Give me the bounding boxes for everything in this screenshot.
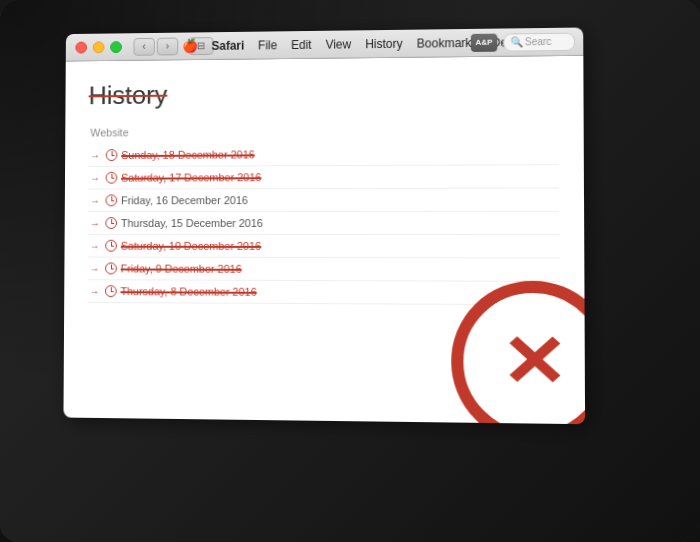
- history-item-inner: →Friday, 16 December 2016: [90, 194, 248, 206]
- browser-window: ‹ › ⊟ 🍎 Safari File Edit View History Bo…: [63, 28, 585, 425]
- history-item-date: Thursday, 8 December 2016: [121, 285, 257, 298]
- fullscreen-button[interactable]: [110, 41, 122, 53]
- history-item-date: Saturday, 17 December 2016: [121, 171, 261, 183]
- history-clock-icon: [105, 262, 117, 274]
- delete-icon-overlay: ✕: [451, 281, 585, 425]
- history-arrow-icon: →: [90, 172, 100, 183]
- history-clock-icon: [105, 194, 117, 206]
- x-circle: ✕: [451, 281, 585, 425]
- history-clock-icon: [105, 285, 117, 297]
- menu-item-view[interactable]: View: [326, 37, 352, 51]
- website-column-header: Website: [88, 124, 559, 139]
- history-clock-icon: [106, 172, 118, 184]
- search-placeholder: Searc: [525, 36, 552, 47]
- right-controls: A&P 🔍 Searc: [471, 28, 575, 56]
- history-clock-icon: [105, 217, 117, 229]
- forward-button[interactable]: ›: [157, 37, 179, 55]
- avatar-button[interactable]: A&P: [471, 33, 497, 51]
- menu-item-file[interactable]: File: [258, 38, 277, 52]
- history-arrow-icon: →: [89, 286, 99, 297]
- history-item-date: Friday, 9 December 2016: [121, 263, 242, 275]
- menu-item-bookmarks[interactable]: Bookmarks: [417, 35, 478, 50]
- laptop-bezel: ‹ › ⊟ 🍎 Safari File Edit View History Bo…: [0, 0, 700, 542]
- history-clock-icon: [105, 240, 117, 252]
- history-arrow-icon: →: [90, 263, 100, 274]
- search-box[interactable]: 🔍 Searc: [503, 32, 575, 51]
- history-arrow-icon: →: [90, 240, 100, 251]
- history-item-date: Friday, 16 December 2016: [121, 194, 248, 206]
- history-arrow-icon: →: [90, 150, 100, 161]
- history-list-item[interactable]: →Thursday, 15 December 2016: [88, 212, 560, 235]
- back-button[interactable]: ‹: [133, 37, 154, 55]
- close-button[interactable]: [75, 41, 87, 53]
- traffic-lights: [75, 41, 121, 53]
- apple-menu-icon[interactable]: 🍎: [182, 38, 198, 53]
- history-list-item[interactable]: →Saturday, 10 December 2016: [88, 235, 560, 259]
- history-item-date: Sunday, 18 December 2016: [121, 148, 254, 160]
- menu-item-safari[interactable]: Safari: [212, 38, 245, 52]
- history-item-inner: →Saturday, 10 December 2016: [90, 240, 261, 252]
- history-clock-icon: [106, 149, 118, 161]
- history-arrow-icon: →: [90, 218, 100, 229]
- x-mark-icon: ✕: [500, 326, 567, 398]
- nav-buttons: ‹ ›: [133, 37, 178, 55]
- content-area: History Website →Sunday, 18 December 201…: [63, 56, 585, 424]
- menu-item-history[interactable]: History: [365, 36, 402, 50]
- history-list-item[interactable]: →Friday, 16 December 2016: [88, 188, 559, 212]
- history-arrow-icon: →: [90, 195, 100, 206]
- minimize-button[interactable]: [93, 41, 105, 53]
- history-item-inner: →Saturday, 17 December 2016: [90, 171, 261, 183]
- history-item-date: Thursday, 15 December 2016: [121, 217, 263, 229]
- history-item-inner: →Thursday, 8 December 2016: [89, 285, 256, 298]
- menu-item-edit[interactable]: Edit: [291, 37, 312, 51]
- history-list-item[interactable]: →Saturday, 17 December 2016: [88, 165, 559, 189]
- page-title: History: [89, 80, 168, 111]
- history-item-date: Saturday, 10 December 2016: [121, 240, 261, 252]
- history-item-inner: →Sunday, 18 December 2016: [90, 148, 255, 161]
- history-list-item[interactable]: →Friday, 9 December 2016: [88, 258, 560, 282]
- history-list-item[interactable]: →Sunday, 18 December 2016: [88, 142, 559, 167]
- history-item-inner: →Friday, 9 December 2016: [90, 262, 242, 274]
- search-icon: 🔍: [510, 36, 522, 47]
- history-item-inner: →Thursday, 15 December 2016: [90, 217, 263, 229]
